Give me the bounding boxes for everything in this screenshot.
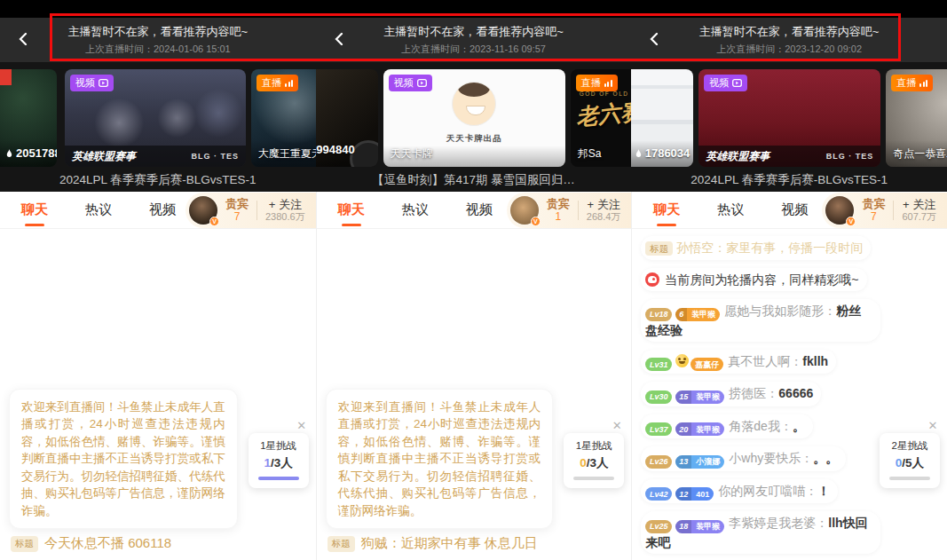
fan-badge: 15装甲猴 [675, 390, 724, 404]
live-badge: 直播 [576, 75, 618, 91]
chat-message: Lv2613小溜娜小why要快乐：。。 [641, 446, 846, 471]
username: 小why要快乐： [729, 451, 813, 465]
last-live-time: 上次直播时间：2024-01-06 15:01 [85, 43, 231, 56]
thumbnail-lol-game[interactable]: 2051788 [0, 69, 57, 167]
viewer-count: 1994840 [316, 143, 355, 156]
challenge-name: 1星挑战 [253, 439, 304, 453]
title-text: 孙悟空：家里有事，停播一段时间 [676, 241, 863, 255]
tab-chat[interactable]: 聊天 [653, 201, 680, 218]
header-section-3: 主播暂时不在家，看看推荐内容吧~ 上次直播时间：2023-12-20 09:02 [631, 18, 947, 62]
carousel-caption: 2024LPL 春季赛季后赛-BLGvsTES-1 [0, 172, 316, 188]
streamer-avatar[interactable]: V [825, 196, 854, 225]
close-icon[interactable]: ✕ [295, 419, 309, 433]
challenge-progress: 0/5人 [884, 455, 935, 471]
tab-video[interactable]: 视频 [149, 201, 176, 218]
tab-hot[interactable]: 热议 [717, 201, 744, 218]
back-icon[interactable] [328, 28, 350, 50]
tab-video[interactable]: 视频 [466, 201, 493, 218]
back-icon[interactable] [643, 28, 665, 50]
level-badge: Lv31 [645, 358, 672, 371]
level-badge: Lv30 [645, 390, 672, 404]
username: 角落de我： [729, 419, 793, 433]
fan-badge: 13小溜娜 [675, 455, 724, 469]
title-badge: 标题 [328, 536, 355, 552]
thumbnail-lpl-video[interactable]: 视频 英雄联盟赛事 BLG · TES [698, 69, 880, 167]
live-badge: 直播 [891, 75, 933, 91]
thumbnail-live-stream[interactable]: 直播 奇点一恭喜发 [886, 69, 947, 167]
carousel-panel-3: 1786034 视频 英雄联盟赛事 BLG · TES 直播 奇点一恭喜发 20… [631, 62, 947, 192]
chat-message: Lv31嘉赢仔真不世人啊：fkllh [641, 350, 836, 375]
message-text: fkllh [802, 354, 828, 368]
divider [578, 201, 579, 220]
video-badge: 视频 [704, 75, 747, 91]
tab-chat[interactable]: 聊天 [21, 201, 48, 218]
thumbnail-card-video[interactable]: 视频 天天卡牌出品 天天卡牌 [383, 69, 565, 167]
challenge-card[interactable]: 1星挑战 0/3人 [564, 433, 624, 488]
thumbnail-lpl-video[interactable]: 视频 英雄联盟赛事 BLG · TES [65, 69, 246, 167]
back-icon[interactable] [12, 28, 34, 50]
streamer-name: 邦Sa [578, 146, 602, 162]
header-section-2: 主播暂时不在家，看看推荐内容吧~ 上次直播时间：2023-11-16 09:57 [316, 18, 632, 62]
message-text: ！ [817, 484, 830, 498]
streamer-avatar[interactable]: V [189, 196, 217, 225]
cut-live-badge [0, 69, 12, 85]
chat-message: Lv3720装甲猴角落de我：。 [641, 414, 813, 439]
chat-body: 欢迎来到直播间！斗鱼禁止未成年人直播或打赏，24小时巡查违法违规内容，如低俗色情… [317, 229, 632, 559]
room-title-message: 标题 今天休息不播 606118 [11, 535, 171, 552]
level-badge: Lv25 [645, 520, 672, 533]
streamer-avatar[interactable]: V [510, 196, 539, 225]
tab-video[interactable]: 视频 [781, 201, 808, 218]
tab-chat[interactable]: 聊天 [338, 201, 365, 218]
fan-badge: 12401 [675, 487, 714, 501]
room-panel-2: 聊天 热议 视频 V 贵宾 1 + 关注 268.4万 [316, 192, 632, 560]
vip-block: 贵宾 7 [862, 198, 885, 224]
thumbnail-live-stream[interactable]: 1994840 [316, 69, 378, 167]
tab-hot[interactable]: 热议 [402, 201, 429, 218]
system-text: 当前房间为轮播内容，同样精彩哦~ [665, 272, 858, 287]
vip-count: 7 [871, 211, 877, 224]
video-badge: 视频 [70, 75, 114, 91]
follow-label: + 关注 [903, 198, 935, 212]
thumbnail-live-stream[interactable]: 直播 GOD OF OLD SIX 老六赛 邦Sa [571, 69, 632, 167]
title-text: 今天休息不播 606118 [44, 535, 171, 552]
tabbar: 聊天 热议 视频 V 贵宾 1 + 关注 268.4万 [317, 192, 632, 229]
divider [256, 201, 257, 220]
chat-body: 标题 孙悟空：家里有事，停播一段时间当前房间为轮播内容，同样精彩哦~Lv186装… [632, 229, 947, 559]
fan-badge: 6装甲猴 [675, 308, 720, 321]
follow-button[interactable]: + 关注 607.7万 [902, 198, 936, 224]
message-text: 。 [793, 419, 805, 433]
tab-hot[interactable]: 热议 [85, 201, 112, 218]
chat-message-list: 标题 孙悟空：家里有事，停播一段时间当前房间为轮播内容，同样精彩哦~Lv186装… [641, 236, 942, 559]
challenge-bar [258, 477, 299, 480]
poster-subtitle: GOD OF OLD SIX [580, 91, 632, 97]
signal-bars-icon [604, 80, 612, 87]
close-icon[interactable]: ✕ [926, 419, 940, 433]
follow-button[interactable]: + 关注 268.4万 [587, 198, 621, 224]
chat-body: 欢迎来到直播间！斗鱼禁止未成年人直播或打赏，24小时巡查违法违规内容，如低俗色情… [0, 229, 316, 559]
challenge-card[interactable]: 1星挑战 1/3人 [249, 433, 309, 488]
follow-pill: V 贵宾 7 + 关注 607.7万 [822, 193, 947, 228]
poster-title: 老六赛 [574, 96, 631, 132]
thumbnail-live-stream[interactable]: 1786034 [631, 69, 693, 167]
username: 捞德医： [729, 386, 778, 400]
band-teams: BLG · TES [826, 152, 874, 161]
follow-button[interactable]: + 关注 2380.6万 [265, 198, 305, 224]
signal-bars-icon [285, 80, 293, 87]
thumbnail-live-stream[interactable]: 直播 大魔王重夏天 [251, 69, 316, 167]
cartoon-face-icon [452, 82, 496, 126]
welcome-notice: 欢迎来到直播间！斗鱼禁止未成年人直播或打赏，24小时巡查违法违规内容，如低俗色情… [9, 389, 238, 530]
channel-name: 天天卡牌 [391, 146, 433, 162]
challenge-widget: ✕ 1星挑战 0/3人 [564, 419, 624, 488]
chat-message: Lv4212401你的网友叮噹喵：！ [641, 479, 838, 504]
room-title-message: 标题 狗贼：近期家中有事 休息几日 [328, 535, 538, 552]
challenge-card[interactable]: 2星挑战 0/5人 [880, 433, 940, 488]
chat-message: Lv2518装甲猴李紫婷是我老婆：llh快回来吧 [641, 511, 880, 554]
video-badge: 视频 [389, 75, 432, 91]
offline-notice: 主播暂时不在家，看看推荐内容吧~ [383, 24, 564, 40]
fan-badge: 嘉赢仔 [691, 358, 723, 371]
thumbnail-band: 英雄联盟赛事 BLG · TES [698, 146, 880, 167]
vip-count: 7 [234, 211, 241, 224]
douyu-logo-icon [645, 272, 659, 287]
level-badge: Lv26 [645, 455, 672, 469]
close-icon[interactable]: ✕ [610, 419, 624, 433]
